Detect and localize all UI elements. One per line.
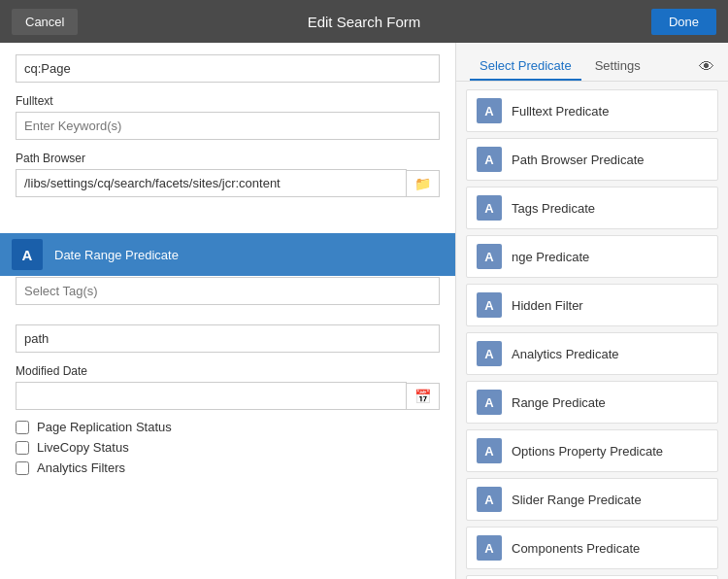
date-input[interactable] xyxy=(16,382,407,410)
predicate-icon-9: A xyxy=(477,535,502,561)
fulltext-label: Fulltext xyxy=(16,94,440,108)
path-browse-button[interactable]: 📁 xyxy=(407,170,440,197)
predicate-item[interactable]: AOptions Property Predicate xyxy=(466,429,718,472)
predicate-item[interactable]: ASlider Range Predicate xyxy=(466,478,718,521)
predicate-item[interactable]: AComponents Predicate xyxy=(466,527,718,569)
predicate-item[interactable]: AAnalytics Predicate xyxy=(466,332,718,375)
right-header: Select Predicate Settings 👁 xyxy=(456,43,728,82)
predicate-icon-0: A xyxy=(477,98,502,123)
checkbox-2[interactable] xyxy=(16,461,29,475)
checkbox-item: Page Replication Status xyxy=(16,420,440,434)
predicate-icon-2: A xyxy=(477,195,502,221)
predicate-label-6: Range Predicate xyxy=(512,395,606,410)
predicate-icon-6: A xyxy=(477,390,502,415)
predicate-label-4: Hidden Filter xyxy=(512,298,583,313)
path-value-input[interactable] xyxy=(16,324,440,353)
predicate-item[interactable]: Ange Predicate xyxy=(466,235,718,278)
cq-page-input[interactable] xyxy=(16,54,440,83)
checkbox-label-2: Analytics Filters xyxy=(37,460,125,475)
predicate-label-9: Components Predicate xyxy=(512,541,640,556)
cancel-button[interactable]: Cancel xyxy=(12,9,78,35)
predicate-icon-7: A xyxy=(477,438,502,463)
checkbox-1[interactable] xyxy=(16,441,29,455)
predicate-label-2: Tags Predicate xyxy=(512,201,595,216)
predicate-icon-4: A xyxy=(477,292,502,318)
right-panel: Select Predicate Settings 👁 AFulltext Pr… xyxy=(456,43,728,579)
predicate-icon-3: A xyxy=(477,244,502,269)
tags-input[interactable] xyxy=(16,277,440,305)
checkbox-section: Page Replication StatusLiveCopy StatusAn… xyxy=(16,420,440,475)
predicate-item[interactable]: ATags Predicate xyxy=(466,187,718,229)
checkbox-label-0: Page Replication Status xyxy=(37,420,172,434)
predicate-icon-1: A xyxy=(477,147,502,172)
fulltext-input[interactable] xyxy=(16,112,440,140)
date-row: 📅 xyxy=(16,382,440,410)
path-browser-row: 📁 xyxy=(16,169,440,197)
modified-date-section: Modified Date 📅 xyxy=(16,364,440,410)
checkbox-item: Analytics Filters xyxy=(16,460,440,475)
tab-settings[interactable]: Settings xyxy=(585,52,650,81)
predicate-icon-5: A xyxy=(477,341,502,366)
page-title: Edit Search Form xyxy=(308,14,421,30)
checkbox-0[interactable] xyxy=(16,421,29,434)
predicate-label-3: nge Predicate xyxy=(512,250,589,264)
predicate-list: AFulltext PredicateAPath Browser Predica… xyxy=(456,82,728,579)
main-content: Fulltext Path Browser 📁 A Date Range Pre… xyxy=(0,43,728,579)
checkbox-label-1: LiveCopy Status xyxy=(37,440,129,455)
predicate-label-1: Path Browser Predicate xyxy=(512,153,645,167)
drag-predicate-label: Date Range Predicate xyxy=(54,248,179,262)
predicate-item[interactable]: AAuthor Predicate xyxy=(466,575,718,579)
predicate-label-0: Fulltext Predicate xyxy=(512,104,609,119)
predicate-icon-8: A xyxy=(477,487,502,512)
predicate-label-7: Options Property Predicate xyxy=(512,444,663,459)
predicate-item[interactable]: AHidden Filter xyxy=(466,284,718,326)
tab-select-predicate[interactable]: Select Predicate xyxy=(470,52,581,81)
done-button[interactable]: Done xyxy=(651,9,716,35)
predicate-label-5: Analytics Predicate xyxy=(512,347,619,361)
checkbox-item: LiveCopy Status xyxy=(16,440,440,455)
drag-highlight-overlay: A Date Range Predicate xyxy=(0,233,455,276)
predicate-item[interactable]: ARange Predicate xyxy=(466,381,718,424)
modified-date-label: Modified Date xyxy=(16,364,440,378)
header: Cancel Edit Search Form Done xyxy=(0,0,728,43)
path-browser-label: Path Browser xyxy=(16,152,440,165)
drag-icon: A xyxy=(12,239,43,270)
predicate-item[interactable]: APath Browser Predicate xyxy=(466,138,718,181)
path-browser-input[interactable] xyxy=(16,169,407,197)
predicate-item[interactable]: AFulltext Predicate xyxy=(466,89,718,132)
left-panel: Fulltext Path Browser 📁 A Date Range Pre… xyxy=(0,43,456,579)
predicate-label-8: Slider Range Predicate xyxy=(512,493,642,507)
calendar-button[interactable]: 📅 xyxy=(407,383,440,410)
eye-icon[interactable]: 👁 xyxy=(699,58,714,76)
